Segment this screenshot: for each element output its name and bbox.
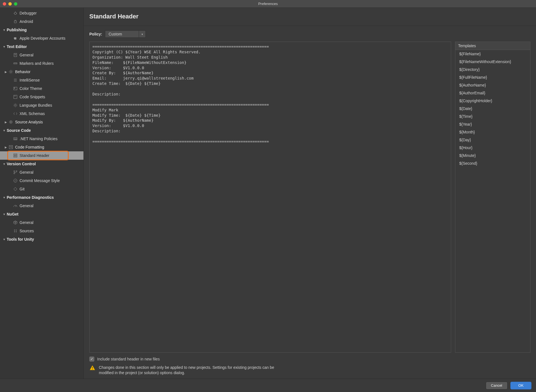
gauge-icon — [13, 203, 18, 208]
template-item[interactable]: ${Hour} — [455, 144, 530, 152]
disclosure-icon — [8, 87, 12, 90]
ok-button[interactable]: OK — [510, 382, 532, 389]
template-item[interactable]: ${Month} — [455, 128, 530, 136]
svg-rect-26 — [9, 145, 13, 149]
template-item[interactable]: ${Minute} — [455, 152, 530, 159]
sidebar-item-label: Source Code — [7, 128, 31, 133]
sidebar-item-code-snippets[interactable]: Code Snippets — [0, 93, 83, 101]
format-icon — [8, 145, 13, 150]
svg-point-12 — [10, 71, 12, 73]
sidebar-item-tools-for-unity[interactable]: ▼Tools for Unity — [0, 235, 83, 243]
disclosure-icon — [8, 204, 12, 208]
template-item[interactable]: ${FullFileName} — [455, 73, 530, 81]
sidebar-item-android[interactable]: Android — [0, 17, 83, 26]
svg-rect-29 — [14, 154, 17, 157]
sidebar-item-text-editor[interactable]: ▼Text Editor — [0, 42, 83, 51]
chevron-down-icon: ▾ — [139, 31, 145, 37]
sidebar-item--net-naming-policies[interactable]: Aa.NET Naming Policies — [0, 135, 83, 143]
disclosure-icon — [8, 36, 12, 40]
svg-rect-43 — [92, 367, 93, 369]
template-item[interactable]: ${Second} — [455, 159, 530, 167]
warning-text: Changes done in this section will only b… — [99, 365, 277, 376]
zoom-window-button[interactable] — [14, 2, 17, 6]
header-editor[interactable]: ========================================… — [89, 42, 451, 353]
sidebar-item-label: Code Snippets — [20, 95, 45, 99]
sidebar-item-label: Color Theme — [20, 86, 42, 91]
apple-icon — [13, 36, 18, 41]
doc-icon — [13, 52, 18, 58]
template-item[interactable]: ${FileNameWithoutExtension} — [455, 58, 530, 66]
svg-text:Aa: Aa — [14, 138, 17, 140]
disclosure-icon — [8, 103, 12, 107]
sidebar-item-source-code[interactable]: ▼Source Code — [0, 126, 83, 135]
include-label: Include standard header in new files — [97, 357, 160, 361]
disclosure-icon: ▼ — [2, 45, 6, 49]
sidebar-item-label: Commit Message Style — [20, 178, 60, 183]
sidebar-item-color-theme[interactable]: Color Theme — [0, 84, 83, 93]
branch-icon — [13, 170, 18, 175]
sidebar-item-general[interactable]: General — [0, 168, 83, 176]
sidebar-item-language-bundles[interactable]: Language Bundles — [0, 101, 83, 109]
template-item[interactable]: ${AuthorEmail} — [455, 89, 530, 97]
sidebar-item-publishing[interactable]: ▼Publishing — [0, 26, 83, 34]
sidebar-item-standard-header[interactable]: Standard Header — [0, 151, 83, 160]
disclosure-icon — [8, 221, 12, 224]
android-icon — [13, 19, 18, 24]
policy-dropdown[interactable]: Custom ▾ — [105, 30, 146, 38]
sidebar-item-git[interactable]: Git — [0, 185, 83, 193]
sidebar-item-label: Source Analysis — [15, 120, 43, 124]
sidebar-item-label: Git — [20, 187, 25, 191]
template-item[interactable]: ${AuthorName} — [455, 81, 530, 89]
cancel-button[interactable]: Cancel — [486, 382, 508, 389]
sidebar-item-label: General — [20, 204, 34, 208]
include-checkbox[interactable]: ✓ — [89, 357, 94, 362]
sidebar-item-label: General — [20, 220, 34, 225]
sidebar-item-general[interactable]: General — [0, 51, 83, 59]
svg-point-37 — [14, 179, 17, 182]
preferences-sidebar[interactable]: DebuggerAndroid▼PublishingApple Develope… — [0, 8, 84, 379]
template-item[interactable]: ${Directory} — [455, 66, 530, 73]
sidebar-item-label: IntelliSense — [20, 78, 40, 82]
templates-list[interactable]: ${FileName}${FileNameWithoutExtension}${… — [455, 50, 530, 352]
template-item[interactable]: ${FileName} — [455, 50, 530, 58]
list-icon — [13, 78, 18, 83]
sidebar-item-sources[interactable]: Sources — [0, 227, 83, 235]
minimize-window-button[interactable] — [8, 2, 12, 6]
sidebar-item-label: Apple Developer Accounts — [20, 36, 65, 40]
disclosure-icon: ▶ — [4, 120, 8, 124]
sidebar-item-behavior[interactable]: ▶Behavior — [0, 68, 83, 76]
gear-icon — [8, 69, 13, 74]
template-item[interactable]: ${Day} — [455, 136, 530, 144]
sidebar-item-intellisense[interactable]: IntelliSense — [0, 76, 83, 84]
svg-point-36 — [16, 171, 17, 172]
titlebar: Preferences — [0, 0, 536, 8]
sidebar-item-nuget[interactable]: ▼NuGet — [0, 210, 83, 218]
template-item[interactable]: ${CopyrightHolder} — [455, 97, 530, 105]
disclosure-icon — [8, 95, 12, 99]
disclosure-icon: ▼ — [2, 237, 6, 241]
sidebar-item-label: Version Control — [7, 162, 36, 166]
svg-point-39 — [14, 230, 15, 231]
sidebar-item-general[interactable]: General — [0, 218, 83, 227]
sidebar-item-version-control[interactable]: ▼Version Control — [0, 160, 83, 168]
sidebar-item-label: Behavior — [15, 70, 30, 74]
disclosure-icon: ▼ — [2, 195, 6, 199]
sidebar-item-commit-message-style[interactable]: Commit Message Style — [0, 176, 83, 185]
window-title: Preferences — [258, 2, 278, 6]
sidebar-item-debugger[interactable]: Debugger — [0, 9, 83, 17]
close-window-button[interactable] — [3, 2, 6, 6]
sidebar-item-performance-diagnostics[interactable]: ▼Performance Diagnostics — [0, 193, 83, 202]
main-header: Standard Header — [84, 8, 536, 26]
sidebar-item-markers-and-rulers[interactable]: Markers and Rulers — [0, 59, 83, 68]
sidebar-item-general[interactable]: General — [0, 202, 83, 210]
disclosure-icon — [8, 154, 12, 157]
template-item[interactable]: ${Year} — [455, 120, 530, 128]
sidebar-item-code-formatting[interactable]: ▶Code Formatting — [0, 143, 83, 151]
sidebar-item-xml-schemas[interactable]: XML Schemas — [0, 109, 83, 118]
template-item[interactable]: ${Date} — [455, 105, 530, 113]
template-item[interactable]: ${Time} — [455, 113, 530, 120]
sidebar-item-apple-developer-accounts[interactable]: Apple Developer Accounts — [0, 34, 83, 42]
sidebar-item-source-analysis[interactable]: ▶Source Analysis — [0, 118, 83, 126]
svg-point-23 — [10, 121, 11, 123]
sidebar-item-label: Android — [20, 19, 33, 24]
